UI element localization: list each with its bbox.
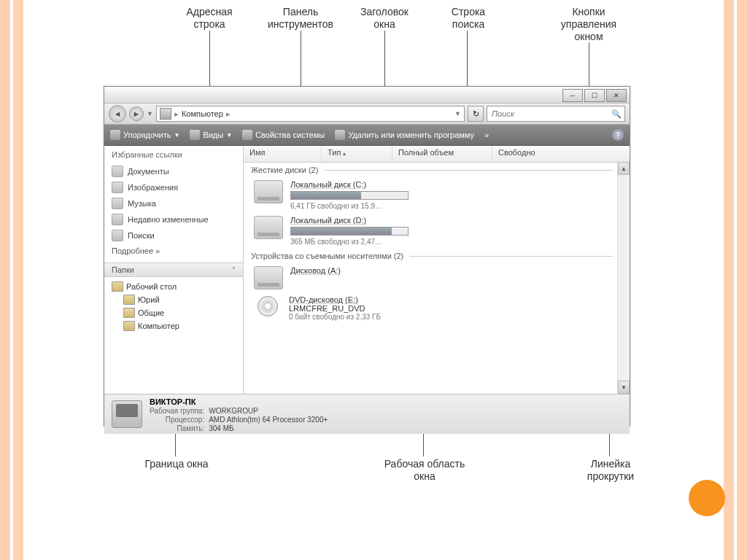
folders-pane-header[interactable]: Папки˅ [104,262,243,277]
toolbar-views[interactable]: Виды▼ [190,130,232,140]
drive-label: Локальный диск (C:) [290,180,436,189]
label-window-controls: Кнопки управления окном [549,6,629,42]
decoration-stripe [724,0,734,560]
floppy-icon [254,266,283,289]
label-search: Строка поиска [439,6,498,31]
col-name[interactable]: Имя [244,146,322,162]
toolbar-overflow[interactable]: » [484,131,489,139]
drive-d[interactable]: Локальный диск (D:) 365 МБ свободно из 2… [244,213,630,249]
usage-bar [290,191,409,200]
back-button[interactable]: ◄ [109,105,126,122]
favorites-title: Избранные ссылки [112,150,236,159]
hard-disk-icon [254,216,283,239]
scroll-up-button[interactable]: ▲ [618,162,630,175]
navigation-bar: ◄ ► ▼ ▸ Компьютер ▸ ▼ ↻ 🔍 [104,104,630,125]
forward-button[interactable]: ► [129,106,144,121]
folder-tree: Рабочий стол Юрий Общие Компьютер [104,277,243,335]
window-controls: ─ ☐ ✕ [562,89,627,102]
leader-line [384,31,385,88]
breadcrumb-item[interactable]: Компьютер [182,109,223,118]
window-body: Избранные ссылки Документы Изображения М… [104,146,630,394]
maximize-button[interactable]: ☐ [584,89,605,102]
explorer-window: ─ ☐ ✕ ◄ ► ▼ ▸ Компьютер ▸ ▼ ↻ [104,86,630,427]
scroll-down-button[interactable]: ▼ [618,381,630,394]
sidebar-link-documents[interactable]: Документы [112,163,236,179]
address-dropdown-icon[interactable]: ▼ [454,110,461,117]
sidebar-link-searches[interactable]: Поиски [112,228,236,244]
folder-icon [123,308,135,318]
decoration-stripe [13,0,23,560]
toolbar: Упорядочить▼ Виды▼ Свойства системы Удал… [104,125,630,146]
folder-icon [112,281,123,292]
vertical-scrollbar[interactable]: ▲ ▼ [617,162,630,394]
search-folder-icon [112,230,123,241]
sidebar-link-recent[interactable]: Недавно измененные [112,211,236,228]
pictures-icon [112,182,123,193]
col-total[interactable]: Полный объем [392,146,492,162]
minimize-button[interactable]: ─ [562,89,583,102]
drive-label: Локальный диск (D:) [290,216,436,225]
leader-line [589,42,589,88]
views-icon [190,130,200,140]
diagram: Адресная строка Панель инструментов Заго… [89,6,643,516]
breadcrumb-separator: ▸ [174,109,179,119]
group-hard-disks[interactable]: Жесткие диски (2)˄ [244,163,630,177]
computer-icon [123,321,135,331]
refresh-button[interactable]: ↻ [468,106,484,122]
details-pane: ВИКТОР-ПК Рабочая группа:WORKGROUP Проце… [104,394,630,434]
sidebar: Избранные ссылки Документы Изображения М… [104,146,244,394]
col-free[interactable]: Свободно [492,146,577,162]
toolbar-organize[interactable]: Упорядочить▼ [110,130,179,140]
close-button[interactable]: ✕ [606,89,627,102]
search-box[interactable]: 🔍 [487,106,625,122]
drive-label: DVD-дисковод (E:) [289,295,435,304]
decoration-stripe [0,0,10,560]
label-scrollbar: Линейка прокрутки [578,458,643,483]
tree-user[interactable]: Юрий [112,293,236,306]
free-space-text: 365 МБ свободно из 2,47… [290,238,436,246]
label-titlebar: Заголовок окна [352,6,417,31]
address-bar[interactable]: ▸ Компьютер ▸ ▼ [156,106,465,122]
usage-bar [290,227,409,236]
group-removable[interactable]: Устройства со съемными носителями (2)˄ [244,249,630,263]
dvd-icon [254,295,282,317]
help-button[interactable]: ? [612,129,624,141]
breadcrumb-separator: ▸ [226,109,231,119]
tree-computer[interactable]: Компьютер [112,319,236,332]
folder-icon [123,295,135,305]
hard-disk-icon [254,180,283,203]
sidebar-more[interactable]: Подробнее » [112,244,236,258]
documents-icon [112,166,123,177]
tree-public[interactable]: Общие [112,306,236,319]
label-address-bar: Адресная строка [177,6,242,31]
label-toolbar: Панель инструментов [260,6,341,31]
sidebar-link-music[interactable]: Музыка [112,195,236,211]
organize-icon [110,130,120,140]
computer-large-icon [112,400,142,428]
collapse-icon: ˅ [232,266,236,274]
col-type[interactable]: Тип [322,146,392,162]
drive-label: Дисковод (A:) [290,266,436,275]
tree-desktop[interactable]: Рабочий стол [112,280,236,293]
memory-value: 304 МБ [209,424,328,432]
cpu-value: AMD Athlon(tm) 64 Processor 3200+ [209,416,328,424]
history-dropdown-icon[interactable]: ▼ [147,110,153,117]
drive-e[interactable]: DVD-дисковод (E:) LRMCFRE_RU_DVD 0 байт … [244,292,630,324]
computer-name: ВИКТОР-ПК [150,397,196,406]
label-work-area: Рабочая область окна [377,458,472,483]
search-icon[interactable]: 🔍 [611,109,622,119]
titlebar[interactable]: ─ ☐ ✕ [104,87,630,104]
content-area: Имя Тип Полный объем Свободно Жесткие ди… [244,146,630,394]
sidebar-link-pictures[interactable]: Изображения [112,179,236,195]
search-input[interactable] [490,109,611,119]
workgroup-label: Рабочая группа: [150,407,204,415]
sidebar-favorites: Избранные ссылки Документы Изображения М… [104,146,243,262]
drive-a[interactable]: Дисковод (A:) [244,263,630,292]
free-space-text: 0 байт свободно из 2,33 ГБ [289,313,435,321]
toolbar-uninstall[interactable]: Удалить или изменить программу [335,130,474,140]
page: Адресная строка Панель инструментов Заго… [0,0,747,560]
toolbar-system-properties[interactable]: Свойства системы [242,130,325,140]
column-headers: Имя Тип Полный объем Свободно [244,146,630,163]
drive-c[interactable]: Локальный диск (C:) 6,41 ГБ свободно из … [244,177,630,213]
properties-icon [242,130,252,140]
